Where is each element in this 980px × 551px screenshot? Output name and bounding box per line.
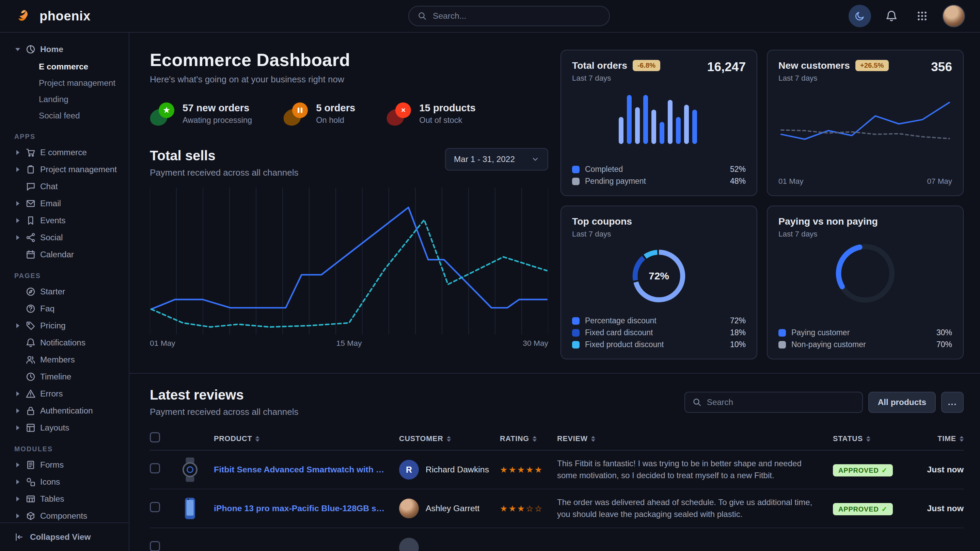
axis-tick: 30 May (523, 339, 548, 348)
sidebar-item-e-commerce[interactable]: E commerce (0, 144, 129, 161)
sidebar-item-timeline[interactable]: Timeline (0, 368, 129, 385)
sidebar-item-social[interactable]: Social (0, 229, 129, 246)
collapsed-view-toggle[interactable]: Collapsed View (0, 522, 129, 551)
sidebar-item-email[interactable]: Email (0, 195, 129, 212)
donut-center-value: 72% (628, 245, 690, 307)
column-header-status[interactable]: STATUS (833, 434, 913, 443)
share-icon (26, 233, 35, 242)
page-subtitle: Here's what's going on at your business … (150, 74, 548, 85)
total-orders-period: Last 7 days (572, 74, 660, 83)
new-customers-line-chart (778, 91, 952, 162)
legend-item-paying-customer: Paying customer30% (778, 328, 952, 337)
profile-avatar[interactable] (943, 5, 965, 27)
new-customers-title: New customers (778, 60, 850, 71)
chevron-right-icon (14, 167, 21, 172)
global-search-input[interactable] (433, 11, 600, 21)
sidebar-item-social-feed[interactable]: Social feed (0, 108, 129, 124)
brand-name: phoenix (40, 9, 91, 24)
global-search[interactable] (408, 6, 610, 26)
brand-logo[interactable]: phoenix (15, 7, 91, 25)
top-coupons-legend: Percentage discount72%Fixed card discoun… (572, 316, 746, 349)
all-products-button[interactable]: All products (868, 392, 936, 413)
sidebar-item-layouts[interactable]: Layouts (0, 419, 129, 436)
sort-icon (959, 436, 964, 442)
sidebar-item-project-management[interactable]: Project management (0, 75, 129, 91)
sidebar-item-icons[interactable]: Icons (0, 473, 129, 491)
table-header-row: PRODUCTCUSTOMERRATINGREVIEWSTATUSTIME (150, 427, 964, 451)
column-header-review[interactable]: REVIEW (557, 434, 833, 443)
sidebar-item-faq[interactable]: Faq (0, 300, 129, 317)
row-checkbox[interactable] (150, 502, 160, 512)
customer-avatar[interactable] (399, 499, 419, 518)
row-checkbox[interactable] (150, 463, 160, 473)
mail-icon (26, 199, 35, 208)
product-thumbnail[interactable] (176, 494, 214, 523)
sidebar-nav: HomeE commerceProject managementLandingS… (0, 41, 129, 522)
total-orders-title: Total orders (572, 60, 627, 71)
bookmark-icon (26, 216, 35, 225)
main-content: Ecommerce Dashboard Here's what's going … (129, 33, 980, 551)
sidebar-item-pricing[interactable]: Pricing (0, 317, 129, 334)
notifications-button[interactable] (881, 6, 902, 26)
product-thumbnail[interactable] (176, 456, 214, 484)
apps-menu-button[interactable] (912, 6, 932, 26)
sidebar-item-errors[interactable]: Errors (0, 385, 129, 402)
column-header-product[interactable]: PRODUCT (214, 434, 399, 443)
reviews-search[interactable] (684, 392, 863, 413)
sidebar-item-project-management[interactable]: Project management (0, 161, 129, 178)
total-sells-title: Total sells (150, 148, 298, 164)
legend-item-fixed-card-discount: Fixed card discount18% (572, 328, 746, 337)
legend-swatch (778, 329, 786, 337)
select-all-checkbox[interactable] (150, 432, 160, 442)
column-header-time[interactable]: TIME (913, 434, 964, 443)
legend-swatch (572, 317, 579, 325)
sidebar-item-forms[interactable]: Forms (0, 456, 129, 473)
more-options-button[interactable]: ... (941, 392, 964, 413)
form-icon (26, 460, 35, 470)
grid-icon (917, 11, 928, 21)
tag-icon (26, 321, 35, 330)
sidebar-section-label-apps: APPS (0, 133, 129, 141)
sidebar-item-starter[interactable]: Starter (0, 283, 129, 300)
sort-icon (447, 436, 451, 442)
sidebar-item-home[interactable]: Home (0, 41, 129, 58)
column-header-rating[interactable]: RATING (500, 434, 557, 443)
sidebar-item-chat[interactable]: Chat (0, 178, 129, 195)
status-badge: APPROVED✓ (833, 503, 893, 515)
stat-value: 15 products (419, 102, 476, 114)
review-text: This Fitbit is fantastic! I was trying t… (557, 458, 833, 481)
customer-avatar[interactable] (399, 538, 419, 551)
sidebar-item-calendar[interactable]: Calendar (0, 246, 129, 263)
stat-caption: On hold (316, 116, 355, 125)
reviews-search-input[interactable] (707, 397, 855, 407)
row-checkbox[interactable] (150, 541, 160, 551)
sidebar-item-e-commerce[interactable]: E commerce (0, 59, 129, 75)
sidebar-item-notifications[interactable]: Notifications (0, 334, 129, 351)
date-range-select[interactable]: Mar 1 - 31, 2022 (445, 148, 548, 170)
paying-legend: Paying customer30%Non-paying customer70% (778, 328, 952, 349)
sidebar-item-components[interactable]: Components (0, 507, 129, 522)
axis-tick: 01 May (150, 339, 175, 348)
total-orders-card: Total orders -6.8% Last 7 days 16,247 Co… (560, 50, 757, 196)
sidebar-item-tables[interactable]: Tables (0, 491, 129, 507)
product-link[interactable]: iPhone 13 pro max-Pacific Blue-128GB sto… (214, 504, 399, 513)
chevron-down-icon (531, 155, 539, 164)
bell-icon (26, 338, 35, 348)
box-icon (26, 511, 35, 521)
theme-toggle-button[interactable] (849, 5, 871, 27)
customer-avatar[interactable]: R (399, 460, 419, 480)
column-header-customer[interactable]: CUSTOMER (399, 434, 500, 443)
table-body: Fitbit Sense Advanced Smartwatch with To… (150, 451, 964, 551)
calendar-icon (26, 250, 35, 259)
legend-item-fixed-product-discount: Fixed product discount10% (572, 340, 746, 349)
stat-out-of-stock: ×15 productsOut of stock (387, 102, 476, 125)
total-sells-subtitle: Payment received across all channels (150, 167, 298, 178)
chat-icon (26, 182, 35, 191)
sidebar-item-events[interactable]: Events (0, 212, 129, 229)
product-link[interactable]: Fitbit Sense Advanced Smartwatch with To… (214, 465, 399, 475)
sidebar-item-members[interactable]: Members (0, 351, 129, 368)
shapes-icon (26, 477, 35, 487)
sidebar-item-landing[interactable]: Landing (0, 91, 129, 108)
sidebar-item-authentication[interactable]: Authentication (0, 402, 129, 419)
axis-tick: 01 May (778, 177, 803, 186)
